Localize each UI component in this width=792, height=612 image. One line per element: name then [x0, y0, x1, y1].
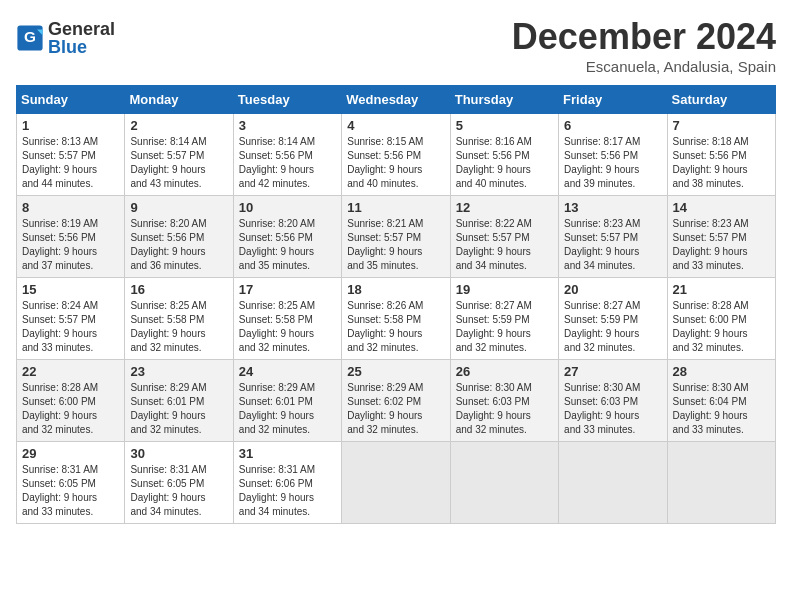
table-row: 31Sunrise: 8:31 AM Sunset: 6:06 PM Dayli…: [233, 442, 341, 524]
day-info: Sunrise: 8:25 AM Sunset: 5:58 PM Dayligh…: [130, 299, 227, 355]
table-row: 23Sunrise: 8:29 AM Sunset: 6:01 PM Dayli…: [125, 360, 233, 442]
day-info: Sunrise: 8:30 AM Sunset: 6:03 PM Dayligh…: [564, 381, 661, 437]
day-info: Sunrise: 8:27 AM Sunset: 5:59 PM Dayligh…: [564, 299, 661, 355]
day-number: 2: [130, 118, 227, 133]
day-number: 26: [456, 364, 553, 379]
day-number: 1: [22, 118, 119, 133]
day-info: Sunrise: 8:14 AM Sunset: 5:56 PM Dayligh…: [239, 135, 336, 191]
col-tuesday: Tuesday: [233, 86, 341, 114]
logo-general: General: [48, 20, 115, 38]
day-info: Sunrise: 8:31 AM Sunset: 6:05 PM Dayligh…: [130, 463, 227, 519]
day-number: 30: [130, 446, 227, 461]
table-row: 16Sunrise: 8:25 AM Sunset: 5:58 PM Dayli…: [125, 278, 233, 360]
day-number: 20: [564, 282, 661, 297]
day-info: Sunrise: 8:22 AM Sunset: 5:57 PM Dayligh…: [456, 217, 553, 273]
day-number: 12: [456, 200, 553, 215]
table-row: 19Sunrise: 8:27 AM Sunset: 5:59 PM Dayli…: [450, 278, 558, 360]
col-thursday: Thursday: [450, 86, 558, 114]
calendar-week-row: 1Sunrise: 8:13 AM Sunset: 5:57 PM Daylig…: [17, 114, 776, 196]
day-number: 15: [22, 282, 119, 297]
day-info: Sunrise: 8:16 AM Sunset: 5:56 PM Dayligh…: [456, 135, 553, 191]
day-info: Sunrise: 8:18 AM Sunset: 5:56 PM Dayligh…: [673, 135, 770, 191]
day-number: 19: [456, 282, 553, 297]
table-row: 9Sunrise: 8:20 AM Sunset: 5:56 PM Daylig…: [125, 196, 233, 278]
table-row: 15Sunrise: 8:24 AM Sunset: 5:57 PM Dayli…: [17, 278, 125, 360]
day-info: Sunrise: 8:15 AM Sunset: 5:56 PM Dayligh…: [347, 135, 444, 191]
month-title: December 2024: [512, 16, 776, 58]
day-number: 31: [239, 446, 336, 461]
calendar-week-row: 15Sunrise: 8:24 AM Sunset: 5:57 PM Dayli…: [17, 278, 776, 360]
day-info: Sunrise: 8:23 AM Sunset: 5:57 PM Dayligh…: [564, 217, 661, 273]
day-info: Sunrise: 8:28 AM Sunset: 6:00 PM Dayligh…: [22, 381, 119, 437]
day-number: 21: [673, 282, 770, 297]
col-monday: Monday: [125, 86, 233, 114]
day-info: Sunrise: 8:14 AM Sunset: 5:57 PM Dayligh…: [130, 135, 227, 191]
day-number: 16: [130, 282, 227, 297]
day-number: 14: [673, 200, 770, 215]
day-info: Sunrise: 8:13 AM Sunset: 5:57 PM Dayligh…: [22, 135, 119, 191]
col-sunday: Sunday: [17, 86, 125, 114]
logo-text: General Blue: [48, 20, 115, 56]
day-info: Sunrise: 8:26 AM Sunset: 5:58 PM Dayligh…: [347, 299, 444, 355]
table-row: 5Sunrise: 8:16 AM Sunset: 5:56 PM Daylig…: [450, 114, 558, 196]
day-number: 4: [347, 118, 444, 133]
day-info: Sunrise: 8:29 AM Sunset: 6:01 PM Dayligh…: [239, 381, 336, 437]
table-row: 12Sunrise: 8:22 AM Sunset: 5:57 PM Dayli…: [450, 196, 558, 278]
day-number: 29: [22, 446, 119, 461]
day-info: Sunrise: 8:30 AM Sunset: 6:04 PM Dayligh…: [673, 381, 770, 437]
table-row: 26Sunrise: 8:30 AM Sunset: 6:03 PM Dayli…: [450, 360, 558, 442]
day-info: Sunrise: 8:20 AM Sunset: 5:56 PM Dayligh…: [239, 217, 336, 273]
day-number: 23: [130, 364, 227, 379]
day-number: 22: [22, 364, 119, 379]
day-number: 9: [130, 200, 227, 215]
day-info: Sunrise: 8:21 AM Sunset: 5:57 PM Dayligh…: [347, 217, 444, 273]
table-row: 18Sunrise: 8:26 AM Sunset: 5:58 PM Dayli…: [342, 278, 450, 360]
table-row: 29Sunrise: 8:31 AM Sunset: 6:05 PM Dayli…: [17, 442, 125, 524]
table-row: 20Sunrise: 8:27 AM Sunset: 5:59 PM Dayli…: [559, 278, 667, 360]
location: Escanuela, Andalusia, Spain: [512, 58, 776, 75]
day-info: Sunrise: 8:24 AM Sunset: 5:57 PM Dayligh…: [22, 299, 119, 355]
table-row: 4Sunrise: 8:15 AM Sunset: 5:56 PM Daylig…: [342, 114, 450, 196]
table-row: 30Sunrise: 8:31 AM Sunset: 6:05 PM Dayli…: [125, 442, 233, 524]
day-number: 13: [564, 200, 661, 215]
day-number: 7: [673, 118, 770, 133]
table-row: 3Sunrise: 8:14 AM Sunset: 5:56 PM Daylig…: [233, 114, 341, 196]
col-friday: Friday: [559, 86, 667, 114]
table-row: 17Sunrise: 8:25 AM Sunset: 5:58 PM Dayli…: [233, 278, 341, 360]
empty-cell: [342, 442, 450, 524]
day-info: Sunrise: 8:20 AM Sunset: 5:56 PM Dayligh…: [130, 217, 227, 273]
day-number: 3: [239, 118, 336, 133]
calendar-week-row: 29Sunrise: 8:31 AM Sunset: 6:05 PM Dayli…: [17, 442, 776, 524]
table-row: 24Sunrise: 8:29 AM Sunset: 6:01 PM Dayli…: [233, 360, 341, 442]
calendar-week-row: 22Sunrise: 8:28 AM Sunset: 6:00 PM Dayli…: [17, 360, 776, 442]
table-row: 2Sunrise: 8:14 AM Sunset: 5:57 PM Daylig…: [125, 114, 233, 196]
table-row: 7Sunrise: 8:18 AM Sunset: 5:56 PM Daylig…: [667, 114, 775, 196]
day-info: Sunrise: 8:29 AM Sunset: 6:02 PM Dayligh…: [347, 381, 444, 437]
day-number: 27: [564, 364, 661, 379]
table-row: 22Sunrise: 8:28 AM Sunset: 6:00 PM Dayli…: [17, 360, 125, 442]
day-info: Sunrise: 8:29 AM Sunset: 6:01 PM Dayligh…: [130, 381, 227, 437]
day-number: 17: [239, 282, 336, 297]
day-number: 25: [347, 364, 444, 379]
page-header: G General Blue December 2024 Escanuela, …: [16, 16, 776, 75]
table-row: 28Sunrise: 8:30 AM Sunset: 6:04 PM Dayli…: [667, 360, 775, 442]
table-row: 8Sunrise: 8:19 AM Sunset: 5:56 PM Daylig…: [17, 196, 125, 278]
table-row: 21Sunrise: 8:28 AM Sunset: 6:00 PM Dayli…: [667, 278, 775, 360]
day-info: Sunrise: 8:25 AM Sunset: 5:58 PM Dayligh…: [239, 299, 336, 355]
calendar-week-row: 8Sunrise: 8:19 AM Sunset: 5:56 PM Daylig…: [17, 196, 776, 278]
day-number: 18: [347, 282, 444, 297]
table-row: 27Sunrise: 8:30 AM Sunset: 6:03 PM Dayli…: [559, 360, 667, 442]
calendar-header-row: Sunday Monday Tuesday Wednesday Thursday…: [17, 86, 776, 114]
col-wednesday: Wednesday: [342, 86, 450, 114]
day-info: Sunrise: 8:30 AM Sunset: 6:03 PM Dayligh…: [456, 381, 553, 437]
day-info: Sunrise: 8:17 AM Sunset: 5:56 PM Dayligh…: [564, 135, 661, 191]
table-row: 11Sunrise: 8:21 AM Sunset: 5:57 PM Dayli…: [342, 196, 450, 278]
day-number: 6: [564, 118, 661, 133]
table-row: 6Sunrise: 8:17 AM Sunset: 5:56 PM Daylig…: [559, 114, 667, 196]
empty-cell: [559, 442, 667, 524]
day-info: Sunrise: 8:27 AM Sunset: 5:59 PM Dayligh…: [456, 299, 553, 355]
day-info: Sunrise: 8:31 AM Sunset: 6:06 PM Dayligh…: [239, 463, 336, 519]
day-number: 24: [239, 364, 336, 379]
col-saturday: Saturday: [667, 86, 775, 114]
day-number: 8: [22, 200, 119, 215]
